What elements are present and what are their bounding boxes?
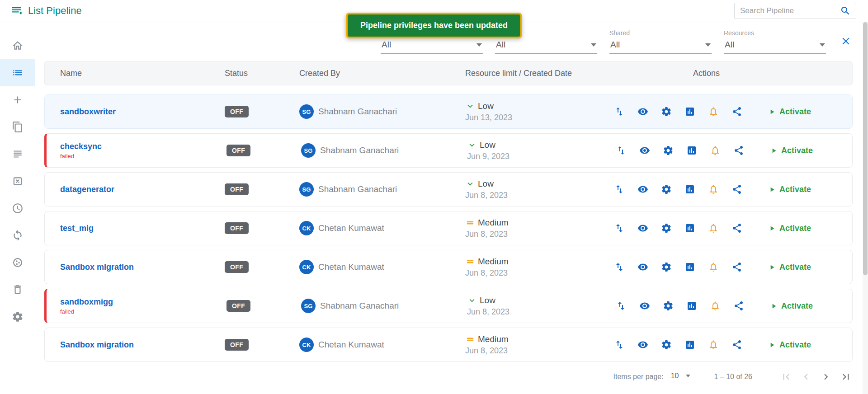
- settings-button[interactable]: [660, 261, 672, 273]
- bar-chart-icon: [686, 300, 697, 311]
- failed-label: failed: [60, 153, 226, 159]
- settings-button[interactable]: [662, 300, 674, 312]
- swap-button[interactable]: [613, 106, 625, 117]
- chevron-down-icon: [705, 43, 711, 47]
- swap-button[interactable]: [615, 145, 627, 156]
- alerts-button[interactable]: [709, 300, 721, 312]
- created-date: Jun 8, 2023: [465, 191, 606, 200]
- play-icon: [768, 263, 776, 271]
- sidebar-item-sync[interactable]: [0, 222, 35, 249]
- settings-button[interactable]: [660, 183, 672, 195]
- alerts-button[interactable]: [708, 261, 719, 273]
- share-button[interactable]: [733, 300, 745, 312]
- view-button[interactable]: [637, 339, 649, 351]
- sidebar-item-discard[interactable]: [0, 168, 35, 195]
- share-button[interactable]: [731, 339, 743, 351]
- view-button[interactable]: [637, 106, 649, 117]
- share-button[interactable]: [731, 106, 743, 117]
- activate-button[interactable]: Activate: [768, 340, 811, 350]
- created-date: Jun 8, 2023: [465, 346, 606, 356]
- analytics-button[interactable]: [684, 183, 696, 195]
- pipeline-name-link[interactable]: Sandbox migration: [60, 263, 225, 272]
- sidebar-item-home[interactable]: [0, 32, 35, 59]
- analytics-button[interactable]: [684, 339, 696, 351]
- pipeline-name-link[interactable]: Sandbox migration: [60, 340, 225, 350]
- pipeline-name-link[interactable]: test_mig: [60, 224, 225, 233]
- view-button[interactable]: [637, 222, 649, 234]
- settings-button[interactable]: [662, 145, 674, 156]
- bar-chart-icon: [684, 184, 695, 195]
- scrollbar-thumb[interactable]: [863, 22, 868, 275]
- settings-button[interactable]: [660, 106, 672, 117]
- analytics-button[interactable]: [684, 261, 696, 273]
- analytics-button[interactable]: [684, 106, 696, 117]
- column-header-status: Status: [225, 69, 299, 78]
- analytics-button[interactable]: [686, 145, 698, 156]
- pipeline-name-link[interactable]: sandboxmigg: [60, 297, 226, 307]
- activate-button[interactable]: Activate: [768, 263, 811, 272]
- activate-button[interactable]: Activate: [768, 107, 811, 117]
- settings-button[interactable]: [660, 339, 672, 351]
- filter-dropdown-shared[interactable]: Shared All: [609, 29, 712, 54]
- activate-button[interactable]: Activate: [770, 146, 813, 155]
- next-page-button[interactable]: [819, 370, 833, 384]
- share-button[interactable]: [731, 183, 743, 195]
- activate-button[interactable]: Activate: [768, 185, 811, 194]
- resource-level: Medium: [478, 334, 509, 344]
- pipeline-name-link[interactable]: checksync: [60, 142, 226, 151]
- sidebar-item-logs[interactable]: [0, 141, 35, 168]
- swap-button[interactable]: [613, 261, 625, 273]
- share-icon: [733, 145, 744, 156]
- toast-notification: Pipeline privileges have been updated: [346, 13, 522, 38]
- share-button[interactable]: [731, 261, 743, 273]
- items-per-page-value: 10: [671, 372, 679, 380]
- last-page-button[interactable]: [839, 370, 853, 384]
- alerts-button[interactable]: [708, 183, 719, 195]
- swap-button[interactable]: [613, 339, 625, 351]
- bar-chart-icon: [684, 106, 695, 117]
- close-filters-button[interactable]: [840, 35, 852, 48]
- share-button[interactable]: [733, 145, 745, 156]
- activate-button[interactable]: Activate: [768, 224, 811, 233]
- sidebar-item-add-pipeline[interactable]: [0, 86, 35, 113]
- alerts-button[interactable]: [709, 145, 721, 156]
- filter-dropdown-resources[interactable]: Resources All: [724, 29, 826, 54]
- view-button[interactable]: [639, 300, 651, 312]
- alerts-button[interactable]: [708, 339, 719, 351]
- page-navigation: [779, 370, 853, 384]
- sidebar-item-cluster[interactable]: [0, 249, 35, 276]
- swap-button[interactable]: [613, 222, 625, 234]
- page-title: List Pipeline: [28, 5, 82, 17]
- sidebar-item-settings[interactable]: [0, 303, 35, 330]
- share-button[interactable]: [731, 222, 743, 234]
- alerts-button[interactable]: [708, 106, 719, 117]
- activate-button[interactable]: Activate: [770, 301, 813, 311]
- swap-button[interactable]: [615, 300, 627, 312]
- search-icon: [840, 5, 851, 16]
- view-button[interactable]: [637, 183, 649, 195]
- view-button[interactable]: [637, 261, 649, 273]
- sidebar-item-pipeline-list[interactable]: [0, 59, 35, 86]
- status-badge: OFF: [225, 183, 249, 195]
- alerts-button[interactable]: [708, 222, 719, 234]
- play-icon: [770, 302, 778, 310]
- sidebar-item-trash[interactable]: [0, 276, 35, 303]
- settings-button[interactable]: [660, 222, 672, 234]
- avatar: SG: [299, 182, 314, 197]
- items-per-page-select[interactable]: 10: [669, 371, 693, 383]
- analytics-button[interactable]: [684, 222, 696, 234]
- brand: List Pipeline: [11, 5, 82, 17]
- sidebar-item-history[interactable]: [0, 195, 35, 222]
- analytics-button[interactable]: [686, 300, 698, 312]
- swap-button[interactable]: [613, 183, 625, 195]
- sidebar-item-collections[interactable]: [0, 113, 35, 141]
- pipeline-name-link[interactable]: datagenerator: [60, 185, 225, 194]
- content: All All Shared All Resources All: [35, 22, 868, 394]
- cluster-icon: [12, 257, 24, 268]
- view-button[interactable]: [639, 145, 651, 156]
- search-input[interactable]: [735, 6, 835, 15]
- gear-icon: [661, 339, 672, 350]
- search-button[interactable]: [835, 3, 856, 19]
- pipeline-name-link[interactable]: sandboxwriter: [60, 107, 225, 117]
- gear-icon: [661, 184, 672, 195]
